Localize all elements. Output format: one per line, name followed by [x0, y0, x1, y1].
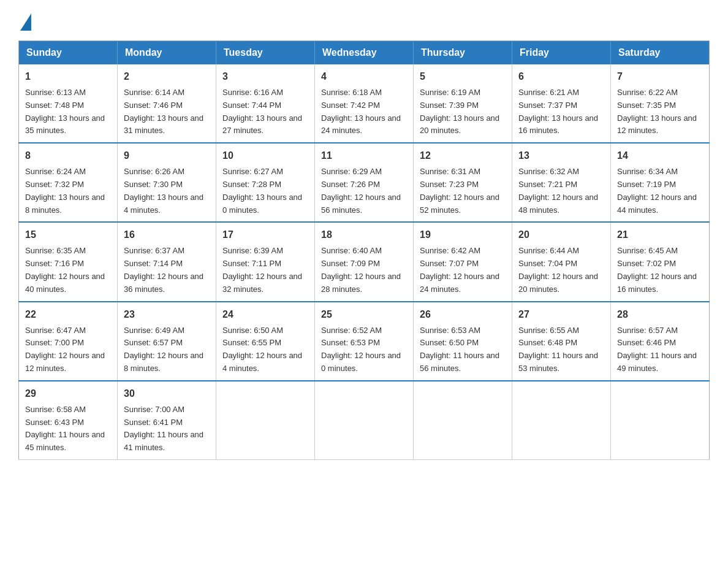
day-number: 18	[321, 228, 407, 242]
day-info: Sunrise: 6:50 AMSunset: 6:55 PMDaylight:…	[222, 324, 308, 375]
day-info: Sunrise: 6:31 AMSunset: 7:23 PMDaylight:…	[420, 166, 506, 216]
calendar-cell: 1Sunrise: 6:13 AMSunset: 7:48 PMDaylight…	[19, 64, 118, 143]
day-info: Sunrise: 6:24 AMSunset: 7:32 PMDaylight:…	[25, 166, 111, 216]
calendar-cell: 12Sunrise: 6:31 AMSunset: 7:23 PMDayligh…	[414, 143, 512, 222]
day-info: Sunrise: 6:14 AMSunset: 7:46 PMDaylight:…	[124, 86, 210, 137]
day-number: 21	[617, 228, 703, 242]
day-info: Sunrise: 6:18 AMSunset: 7:42 PMDaylight:…	[321, 86, 407, 137]
day-info: Sunrise: 6:44 AMSunset: 7:04 PMDaylight:…	[518, 245, 604, 296]
day-number: 16	[124, 228, 210, 242]
day-info: Sunrise: 6:49 AMSunset: 6:57 PMDaylight:…	[124, 324, 210, 375]
day-info: Sunrise: 6:53 AMSunset: 6:50 PMDaylight:…	[420, 324, 506, 375]
calendar-cell: 18Sunrise: 6:40 AMSunset: 7:09 PMDayligh…	[315, 222, 414, 301]
calendar-header: SundayMondayTuesdayWednesdayThursdayFrid…	[19, 41, 710, 65]
day-number: 5	[420, 69, 506, 84]
calendar-week-1: 1Sunrise: 6:13 AMSunset: 7:48 PMDaylight…	[19, 64, 710, 143]
calendar-cell	[216, 381, 315, 460]
day-number: 14	[617, 148, 703, 163]
calendar-cell: 10Sunrise: 6:27 AMSunset: 7:28 PMDayligh…	[216, 143, 315, 222]
day-number: 8	[25, 148, 111, 163]
calendar-cell: 23Sunrise: 6:49 AMSunset: 6:57 PMDayligh…	[118, 302, 216, 381]
day-number: 20	[518, 228, 604, 242]
calendar-cell	[315, 381, 414, 460]
calendar-cell: 27Sunrise: 6:55 AMSunset: 6:48 PMDayligh…	[512, 302, 611, 381]
logo-triangle-icon	[20, 13, 31, 31]
day-number: 25	[321, 307, 407, 322]
day-number: 11	[321, 148, 407, 163]
calendar-cell: 22Sunrise: 6:47 AMSunset: 7:00 PMDayligh…	[19, 302, 118, 381]
day-number: 24	[222, 307, 308, 322]
day-number: 27	[518, 307, 604, 322]
day-info: Sunrise: 6:55 AMSunset: 6:48 PMDaylight:…	[518, 324, 604, 375]
calendar-cell: 14Sunrise: 6:34 AMSunset: 7:19 PMDayligh…	[611, 143, 710, 222]
day-number: 22	[25, 307, 111, 322]
day-number: 30	[124, 386, 210, 401]
day-number: 26	[420, 307, 506, 322]
calendar-cell: 25Sunrise: 6:52 AMSunset: 6:53 PMDayligh…	[315, 302, 414, 381]
day-info: Sunrise: 6:52 AMSunset: 6:53 PMDaylight:…	[321, 324, 407, 375]
day-info: Sunrise: 6:27 AMSunset: 7:28 PMDaylight:…	[222, 166, 308, 216]
day-number: 2	[124, 69, 210, 84]
day-number: 6	[518, 69, 604, 84]
calendar-cell: 9Sunrise: 6:26 AMSunset: 7:30 PMDaylight…	[118, 143, 216, 222]
calendar-cell: 17Sunrise: 6:39 AMSunset: 7:11 PMDayligh…	[216, 222, 315, 301]
day-info: Sunrise: 6:45 AMSunset: 7:02 PMDaylight:…	[617, 245, 703, 296]
calendar-cell: 30Sunrise: 7:00 AMSunset: 6:41 PMDayligh…	[118, 381, 216, 460]
day-number: 12	[420, 148, 506, 163]
day-info: Sunrise: 6:32 AMSunset: 7:21 PMDaylight:…	[518, 166, 604, 216]
calendar-cell: 15Sunrise: 6:35 AMSunset: 7:16 PMDayligh…	[19, 222, 118, 301]
day-info: Sunrise: 6:22 AMSunset: 7:35 PMDaylight:…	[617, 86, 703, 137]
logo	[18, 12, 31, 28]
day-number: 10	[222, 148, 308, 163]
day-info: Sunrise: 6:40 AMSunset: 7:09 PMDaylight:…	[321, 245, 407, 296]
calendar-cell: 28Sunrise: 6:57 AMSunset: 6:46 PMDayligh…	[611, 302, 710, 381]
calendar-body: 1Sunrise: 6:13 AMSunset: 7:48 PMDaylight…	[19, 64, 710, 459]
day-info: Sunrise: 6:16 AMSunset: 7:44 PMDaylight:…	[222, 86, 308, 137]
calendar-cell: 6Sunrise: 6:21 AMSunset: 7:37 PMDaylight…	[512, 64, 611, 143]
calendar-cell	[611, 381, 710, 460]
calendar-cell: 26Sunrise: 6:53 AMSunset: 6:50 PMDayligh…	[414, 302, 512, 381]
calendar-cell: 8Sunrise: 6:24 AMSunset: 7:32 PMDaylight…	[19, 143, 118, 222]
day-number: 1	[25, 69, 111, 84]
calendar-cell: 16Sunrise: 6:37 AMSunset: 7:14 PMDayligh…	[118, 222, 216, 301]
day-number: 9	[124, 148, 210, 163]
calendar-header-thursday: Thursday	[414, 41, 512, 65]
day-info: Sunrise: 6:13 AMSunset: 7:48 PMDaylight:…	[25, 86, 111, 137]
day-info: Sunrise: 6:58 AMSunset: 6:43 PMDaylight:…	[25, 404, 111, 454]
calendar-week-2: 8Sunrise: 6:24 AMSunset: 7:32 PMDaylight…	[19, 143, 710, 222]
calendar-cell	[512, 381, 611, 460]
day-info: Sunrise: 6:42 AMSunset: 7:07 PMDaylight:…	[420, 245, 506, 296]
day-info: Sunrise: 6:39 AMSunset: 7:11 PMDaylight:…	[222, 245, 308, 296]
calendar-header-friday: Friday	[512, 41, 611, 65]
calendar-week-5: 29Sunrise: 6:58 AMSunset: 6:43 PMDayligh…	[19, 381, 710, 460]
calendar-week-3: 15Sunrise: 6:35 AMSunset: 7:16 PMDayligh…	[19, 222, 710, 301]
calendar-cell: 11Sunrise: 6:29 AMSunset: 7:26 PMDayligh…	[315, 143, 414, 222]
day-number: 17	[222, 228, 308, 242]
calendar-cell: 5Sunrise: 6:19 AMSunset: 7:39 PMDaylight…	[414, 64, 512, 143]
logo-top	[18, 12, 31, 31]
day-info: Sunrise: 6:21 AMSunset: 7:37 PMDaylight:…	[518, 86, 604, 137]
calendar-cell: 19Sunrise: 6:42 AMSunset: 7:07 PMDayligh…	[414, 222, 512, 301]
calendar-header-sunday: Sunday	[19, 41, 118, 65]
calendar-cell: 21Sunrise: 6:45 AMSunset: 7:02 PMDayligh…	[611, 222, 710, 301]
header-row: SundayMondayTuesdayWednesdayThursdayFrid…	[19, 41, 710, 65]
day-number: 4	[321, 69, 407, 84]
calendar-cell: 3Sunrise: 6:16 AMSunset: 7:44 PMDaylight…	[216, 64, 315, 143]
day-number: 3	[222, 69, 308, 84]
day-info: Sunrise: 6:34 AMSunset: 7:19 PMDaylight:…	[617, 166, 703, 216]
day-number: 7	[617, 69, 703, 84]
day-number: 23	[124, 307, 210, 322]
day-info: Sunrise: 6:57 AMSunset: 6:46 PMDaylight:…	[617, 324, 703, 375]
calendar-header-saturday: Saturday	[611, 41, 710, 65]
day-info: Sunrise: 6:37 AMSunset: 7:14 PMDaylight:…	[124, 245, 210, 296]
calendar-cell: 2Sunrise: 6:14 AMSunset: 7:46 PMDaylight…	[118, 64, 216, 143]
day-number: 28	[617, 307, 703, 322]
day-info: Sunrise: 6:26 AMSunset: 7:30 PMDaylight:…	[124, 166, 210, 216]
calendar-cell: 7Sunrise: 6:22 AMSunset: 7:35 PMDaylight…	[611, 64, 710, 143]
day-info: Sunrise: 6:29 AMSunset: 7:26 PMDaylight:…	[321, 166, 407, 216]
day-number: 19	[420, 228, 506, 242]
calendar-cell: 4Sunrise: 6:18 AMSunset: 7:42 PMDaylight…	[315, 64, 414, 143]
day-number: 13	[518, 148, 604, 163]
calendar-week-4: 22Sunrise: 6:47 AMSunset: 7:00 PMDayligh…	[19, 302, 710, 381]
calendar-cell	[414, 381, 512, 460]
